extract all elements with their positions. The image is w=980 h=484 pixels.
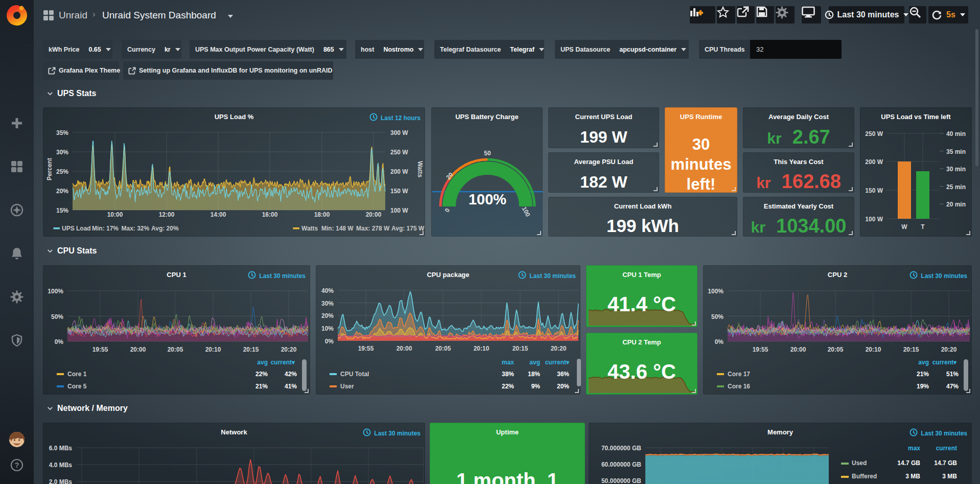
svg-text:100 W: 100 W [865, 216, 883, 223]
svg-text:current▾: current▾ [545, 359, 570, 366]
svg-text:51%: 51% [946, 371, 959, 378]
svg-text:100 W: 100 W [390, 207, 408, 214]
svg-text:20:00: 20:00 [396, 345, 412, 352]
svg-text:6.0 MBs: 6.0 MBs [49, 445, 73, 452]
svg-text:10%: 10% [321, 325, 334, 332]
svg-text:UPS Load: UPS Load [62, 225, 91, 232]
svg-text:41%: 41% [285, 383, 297, 390]
svg-text:36%: 36% [557, 371, 569, 378]
svg-text:20:10: 20:10 [474, 345, 489, 352]
svg-text:18:00: 18:00 [314, 211, 330, 218]
svg-text:Used: Used [852, 459, 867, 467]
svg-text:Avg: 20%: Avg: 20% [151, 225, 179, 232]
svg-text:47%: 47% [946, 383, 959, 390]
svg-text:18%: 18% [528, 371, 540, 378]
svg-text:50: 50 [484, 150, 491, 157]
svg-text:20:00: 20:00 [130, 346, 146, 353]
svg-text:Core 17: Core 17 [728, 371, 750, 378]
svg-text:10:00: 10:00 [107, 211, 123, 218]
svg-text:20:15: 20:15 [512, 345, 528, 352]
svg-text:20:10: 20:10 [205, 346, 221, 353]
svg-text:19:55: 19:55 [358, 345, 374, 352]
svg-text:avg: avg [918, 359, 929, 366]
svg-text:60.000000 GB: 60.000000 GB [601, 461, 641, 468]
svg-text:Max: 278 W: Max: 278 W [356, 225, 390, 232]
svg-text:38%: 38% [502, 371, 514, 378]
svg-text:avg: avg [529, 359, 540, 366]
svg-text:T: T [921, 223, 925, 231]
svg-text:Core 16: Core 16 [728, 383, 750, 390]
svg-text:20:20: 20:20 [941, 346, 957, 353]
svg-text:100%: 100% [48, 288, 63, 295]
svg-text:19%: 19% [917, 383, 929, 390]
svg-text:3 MB: 3 MB [942, 473, 957, 480]
svg-text:Watts: Watts [301, 225, 318, 232]
svg-text:Watts: Watts [416, 161, 424, 178]
svg-text:4.0 MBs: 4.0 MBs [49, 462, 73, 469]
svg-text:9%: 9% [531, 383, 541, 390]
svg-text:19:55: 19:55 [753, 346, 768, 353]
svg-text:20:15: 20:15 [243, 346, 259, 353]
svg-text:200 W: 200 W [865, 158, 883, 166]
svg-text:40%: 40% [321, 287, 334, 294]
svg-text:3 MB: 3 MB [905, 473, 920, 480]
svg-text:15%: 15% [56, 207, 68, 214]
svg-text:250 W: 250 W [865, 130, 883, 137]
svg-text:max: max [908, 445, 920, 452]
svg-text:20:20: 20:20 [281, 346, 297, 353]
svg-text:20:20: 20:20 [551, 345, 567, 352]
svg-text:20 min: 20 min [946, 201, 966, 208]
svg-text:22%: 22% [502, 383, 514, 390]
svg-text:20:00: 20:00 [366, 211, 382, 218]
svg-text:150 W: 150 W [865, 187, 883, 194]
svg-text:20:10: 20:10 [866, 346, 881, 353]
svg-text:Min: 17%: Min: 17% [92, 225, 119, 232]
svg-text:16:00: 16:00 [262, 211, 278, 218]
svg-text:Core 5: Core 5 [67, 383, 87, 390]
svg-text:Percent: Percent [46, 158, 53, 180]
svg-text:CPU Total: CPU Total [340, 371, 369, 378]
svg-text:35 min: 35 min [946, 148, 966, 155]
svg-text:300 W: 300 W [390, 129, 408, 136]
svg-text:70.000000 GB: 70.000000 GB [601, 445, 641, 452]
svg-text:20:00: 20:00 [790, 346, 806, 353]
svg-text:20%: 20% [557, 383, 569, 390]
svg-text:Max: 32%: Max: 32% [122, 225, 150, 232]
svg-text:current▾: current▾ [932, 359, 957, 366]
svg-text:max: max [502, 359, 514, 366]
svg-text:25 min: 25 min [946, 183, 966, 191]
svg-text:14:00: 14:00 [211, 211, 226, 218]
svg-text:200 W: 200 W [390, 168, 408, 175]
svg-text:20:05: 20:05 [168, 346, 183, 353]
svg-text:250 W: 250 W [390, 149, 408, 156]
svg-text:current▾: current▾ [271, 359, 295, 366]
svg-text:20:05: 20:05 [435, 345, 451, 352]
svg-text:22%: 22% [255, 371, 268, 378]
svg-text:100%: 100% [708, 288, 724, 295]
svg-text:100%: 100% [469, 191, 506, 208]
svg-text:14.7 GB: 14.7 GB [897, 459, 920, 467]
svg-text:20%: 20% [321, 312, 334, 319]
svg-text:?: ? [15, 461, 19, 469]
svg-text:30%: 30% [321, 300, 334, 307]
svg-text:20:05: 20:05 [828, 346, 844, 353]
svg-text:14.7 GB: 14.7 GB [934, 459, 957, 467]
svg-text:20%: 20% [56, 188, 68, 195]
svg-text:2.0 MBs: 2.0 MBs [49, 478, 73, 484]
svg-text:avg: avg [257, 359, 268, 366]
svg-text:50%: 50% [711, 313, 724, 320]
svg-text:0%: 0% [715, 338, 724, 345]
svg-text:35%: 35% [56, 129, 68, 136]
svg-text:current: current [936, 445, 957, 452]
svg-text:42%: 42% [285, 371, 297, 378]
svg-text:Avg: 175 W: Avg: 175 W [391, 225, 425, 232]
svg-text:150 W: 150 W [390, 188, 408, 195]
svg-text:0%: 0% [325, 338, 334, 345]
svg-text:21%: 21% [917, 371, 929, 378]
svg-text:20:15: 20:15 [903, 346, 919, 353]
svg-text:0%: 0% [55, 338, 64, 345]
svg-text:Min: 148 W: Min: 148 W [321, 225, 354, 232]
svg-text:12:00: 12:00 [159, 211, 175, 218]
svg-text:30%: 30% [56, 149, 68, 156]
svg-text:50.000000 GB: 50.000000 GB [601, 477, 641, 484]
